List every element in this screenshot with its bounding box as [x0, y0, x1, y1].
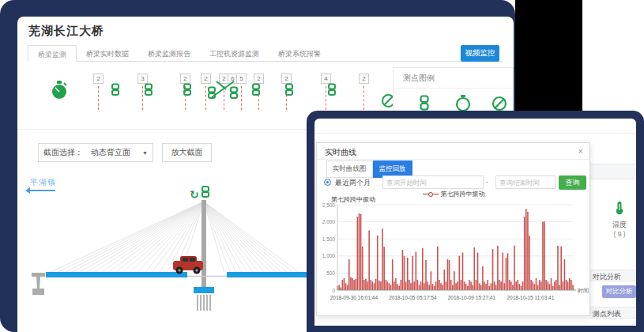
svg-text:1,000: 1,000 [322, 253, 336, 258]
sidebar-section-band [590, 164, 636, 179]
tab-system-alarm[interactable]: 桥梁系统报警 [269, 45, 330, 62]
svg-text:2018-09-30 16:01:44: 2018-09-30 16:01:44 [330, 295, 378, 300]
link-sensor-icon[interactable] [251, 83, 261, 96]
sensor-drop-line [205, 86, 206, 110]
compare-section-header: 对比分析 [590, 270, 636, 281]
section-select-label: 截面选择： [43, 147, 83, 158]
link-legend-icon [419, 95, 430, 111]
chevron-down-icon: ▼ [142, 150, 148, 156]
recent-two-months-radio[interactable] [324, 179, 331, 186]
tower-cap [194, 287, 214, 293]
bridge-deck-right [227, 272, 308, 277]
query-controls: 最近两个月 - 查询 [317, 175, 589, 191]
sensor-drop-line [241, 86, 242, 110]
temperature-count: ( 9 ) [604, 230, 635, 238]
dialog-title: 实时曲线 [325, 147, 356, 158]
svg-text:2018-10-09 15:27:41: 2018-10-09 15:27:41 [448, 295, 496, 300]
query-start-time-input[interactable] [382, 175, 484, 189]
modal-top-divider [314, 133, 636, 134]
dialog-header: 实时曲线 × [317, 143, 589, 160]
range-separator: - [486, 178, 488, 186]
video-monitor-button[interactable]: 视频监控 [461, 45, 499, 62]
legend-panel-title: 测点图例 [394, 68, 513, 89]
svg-text:500: 500 [326, 270, 335, 276]
close-icon[interactable]: × [578, 146, 583, 156]
link-sensor-icon[interactable] [183, 83, 192, 96]
modal-content: 温度 ( 9 ) 对比分析 对比分析 测点列表 实时曲线 × 实时曲线图 监控回… [314, 119, 636, 326]
vibration-chart: 05001,0001,5002,0002,5002018-09-30 16:01… [318, 202, 590, 312]
sensor-count-badge: 2 [93, 74, 104, 84]
query-button[interactable]: 查询 [559, 175, 586, 190]
legend-label: 第七跨跨中振动 [441, 191, 485, 198]
thermometer-icon [614, 201, 625, 215]
link-sensor-icon [202, 187, 209, 197]
svg-text:0: 0 [332, 288, 335, 293]
tower-foundation [198, 295, 210, 311]
modal-window: 温度 ( 9 ) 对比分析 对比分析 测点列表 实时曲线 × 实时曲线图 监控回… [307, 111, 644, 332]
section-select-value: 动态背立面 [91, 147, 130, 158]
bridge-tower [201, 200, 206, 287]
tower-top-sensor-icons: ↻ [190, 187, 209, 201]
screen: 芜湖长江大桥 桥梁监测 桥梁实时数据 桥梁监测报告 工控机资源监测 桥梁系统报警… [0, 0, 644, 332]
stopwatch-sensor-icon[interactable] [51, 80, 68, 100]
svg-text:2018-10-15 11:03:41: 2018-10-15 11:03:41 [507, 295, 554, 300]
section-select-dropdown[interactable]: 截面选择： 动态背立面 ▼ [38, 143, 153, 162]
sensor-drop-line [363, 86, 364, 110]
link-sensor-icon[interactable] [284, 83, 294, 96]
temperature-label: 温度 [604, 220, 635, 230]
bridge-diagram: ↻ [22, 186, 308, 332]
zoom-section-button[interactable]: 放大截面 [162, 143, 212, 162]
link-sensor-icon[interactable] [144, 83, 153, 96]
svg-text:2018-10-05 05:17:54: 2018-10-05 05:17:54 [389, 295, 437, 300]
tab-realtime-data[interactable]: 桥梁实时数据 [77, 45, 138, 62]
sensor-count-badge: 2 [359, 74, 369, 84]
prohibit-legend-icon [491, 95, 507, 112]
sensor-drop-line [142, 86, 143, 110]
vibration-trend-chart: 05001,0001,5002,0002,5002018-09-30 16:01… [318, 202, 590, 309]
black-region [515, 0, 582, 111]
rotate-sensor-icon: ↻ [190, 188, 199, 201]
tab-monitor-report[interactable]: 桥梁监测报告 [138, 45, 200, 62]
sensor-drop-line [98, 86, 99, 110]
svg-text:时间: 时间 [578, 288, 589, 294]
main-tab-bar: 桥梁监测 桥梁实时数据 桥梁监测报告 工控机资源监测 桥梁系统报警 [28, 45, 503, 62]
realtime-curve-dialog: 实时曲线 × 实时曲线图 监控回放 最近两个月 - 查询 第七跨 [316, 142, 590, 316]
bearing-sensor-icon[interactable] [207, 80, 240, 100]
legend-line-icon [433, 194, 439, 194]
svg-text:2,500: 2,500 [322, 202, 336, 208]
query-end-time-input[interactable] [495, 175, 555, 189]
tab-bridge-monitor[interactable]: 桥梁监测 [28, 45, 77, 62]
sensor-drop-line [326, 86, 326, 110]
timer-legend-icon [455, 95, 471, 112]
temperature-sensor-block[interactable]: 温度 ( 9 ) [604, 201, 635, 238]
recent-two-months-label: 最近两个月 [335, 178, 371, 188]
svg-text:2,000: 2,000 [322, 219, 336, 224]
legend-line-icon [423, 194, 428, 194]
link-sensor-icon[interactable] [111, 83, 120, 96]
compare-analysis-button[interactable]: 对比分析 [602, 285, 636, 298]
left-abutment [32, 273, 45, 295]
bridge-deck-left [46, 272, 187, 277]
point-list-section-header: 测点列表 [590, 307, 636, 319]
car [173, 256, 203, 274]
link-sensor-icon[interactable] [327, 83, 337, 96]
svg-text:1,500: 1,500 [322, 236, 336, 242]
page-title: 芜湖长江大桥 [28, 24, 104, 39]
tab-ipc-resource[interactable]: 工控机资源监测 [200, 45, 269, 62]
